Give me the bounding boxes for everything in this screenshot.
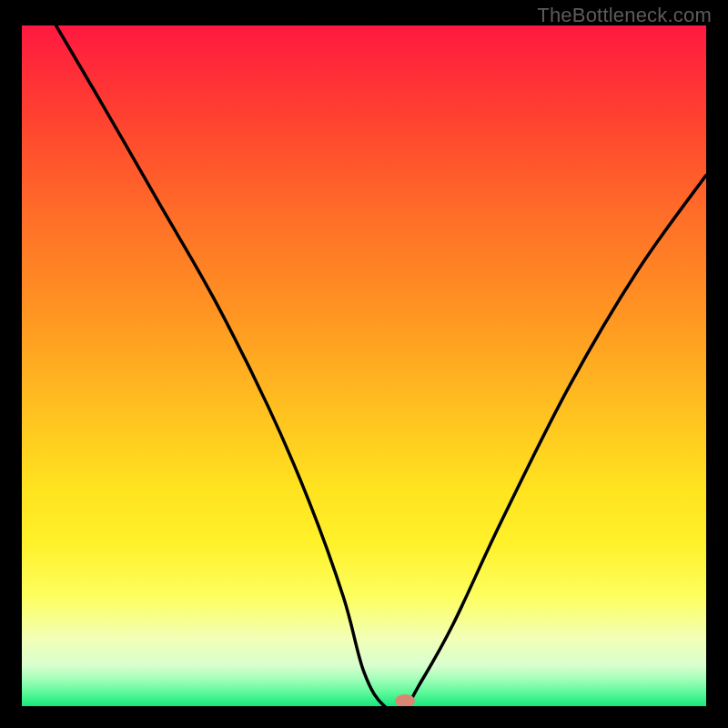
target-marker: [395, 694, 415, 706]
chart-frame: TheBottleneck.com: [0, 0, 728, 728]
plot-area: [22, 25, 706, 706]
curve-path: [56, 25, 706, 706]
bottleneck-curve: [22, 25, 706, 706]
watermark-text: TheBottleneck.com: [537, 4, 712, 27]
